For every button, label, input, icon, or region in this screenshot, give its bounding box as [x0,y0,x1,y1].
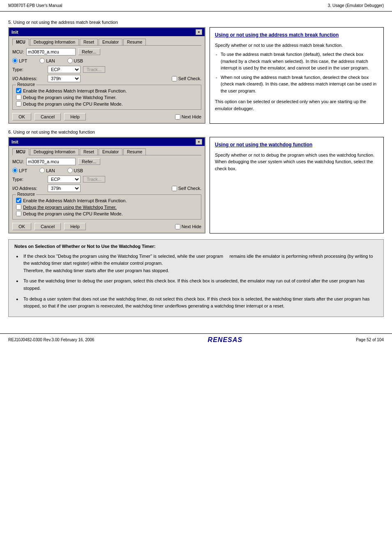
dialog5-cb1-input[interactable] [16,88,21,93]
dialog6-cb3-input[interactable] [16,211,21,216]
dialog5-cb3-input[interactable] [16,101,21,106]
dialog6-tabs: MCU Debugging Information Reset Emulator… [12,148,201,155]
dialog5-io-select[interactable]: 379h [48,75,81,82]
dialog6-resource-group: Resource Enable the Address Match Interr… [12,194,201,220]
radio5-lan-input[interactable] [39,58,45,63]
dialog5-close[interactable]: × [196,29,202,35]
dialog5-buttons: OK Cancel Help Next Hide [12,113,201,120]
section6-label: 6. Using or not using the watchdog funct… [8,130,384,134]
tab5-debug[interactable]: Debugging Information [30,39,79,45]
header-right: 3. Usage (Emulator Debugger) [328,3,384,8]
dialog6-mcu-input[interactable] [26,158,76,165]
dialog5-ok-btn[interactable]: OK [12,113,31,120]
dialog6-resource-label: Resource [16,192,36,197]
section5-info-footer: This option can be selected or deselecte… [215,98,378,112]
dialog5-nexthide-input[interactable] [175,114,180,120]
radio6-usb-input[interactable] [67,168,73,173]
dialog6-cb1-input[interactable] [16,198,21,203]
tab6-mcu[interactable]: MCU [12,148,29,155]
dialog5-cb3: Debug the program using the CPU Rewrite … [16,101,198,106]
dialog5-help-btn[interactable]: Help [64,113,86,120]
dialog6-type-select[interactable]: ECP [48,176,81,183]
dialog5-mcu-row: MCU: Refer... [12,48,201,56]
notes-list: If the check box "Debug the program usin… [14,253,378,310]
radio6-lpt: LPT [12,168,27,173]
dialog5-nexthide: Next Hide [175,114,201,120]
radio5-lan: LAN [39,58,55,63]
section5-bullet2: When not using the address match break f… [215,74,378,95]
renesas-logo: RENESAS [208,336,242,344]
dialog6-title: Init [12,139,18,144]
dialog6-selfcheck-input[interactable] [172,186,177,191]
dialog6-body: MCU Debugging Information Reset Emulator… [9,146,205,233]
tab6-debug[interactable]: Debugging Information [30,148,79,155]
tab6-reset[interactable]: Reset [80,148,98,155]
radio5-lpt: LPT [12,58,27,63]
dialog6-selfcheck: Self Check. [172,186,201,191]
section5-dialog: Init × MCU Debugging Information Reset E… [8,27,205,124]
radio6-lan-input[interactable] [39,168,45,173]
dialog6-io-select[interactable]: 379h [48,185,81,192]
tab6-resume[interactable]: Resume [123,148,146,155]
dialog6-mcu-label: MCU: [12,159,24,164]
dialog5-io-label: I/O Address: [12,76,45,81]
dialog5-cb1: Enable the Address Match Interrupt Break… [16,88,198,93]
dialog5-body: MCU Debugging Information Reset Emulator… [9,36,205,123]
section6-info-title: Using or not using the watchdog function [215,141,378,148]
radio5-lpt-input[interactable] [12,58,18,63]
tab5-reset[interactable]: Reset [80,39,98,45]
dialog5-mcu-input[interactable] [26,48,76,56]
dialog5-track-btn[interactable]: Track... [83,66,105,73]
dialog6-nexthide-input[interactable] [175,224,180,229]
dialog5-radio-row: LPT LAN USB [12,58,201,63]
section5-info-panel: Using or not using the address match bre… [210,27,384,124]
section5-row: Init × MCU Debugging Information Reset E… [8,27,384,124]
dialog5-type-select[interactable]: ECP [48,66,81,73]
tab5-emulator[interactable]: Emulator [99,39,122,45]
section5-info-bullets: To use the address match break function … [215,51,378,94]
dialog5-refer-btn[interactable]: Refer... [78,49,100,55]
dialog6-close[interactable]: × [196,139,202,145]
page-header: M30870T-EPB User's Manual 3. Usage (Emul… [0,0,392,12]
section6-dialog: Init × MCU Debugging Information Reset E… [8,137,205,234]
dialog6-cancel-btn[interactable]: Cancel [35,223,61,230]
page-content: 5. Using or not using the address match … [0,12,392,325]
radio6-lpt-label: LPT [19,168,27,173]
tab5-mcu[interactable]: MCU [12,39,29,46]
notes-item1: If the check box "Debug the program usin… [14,253,378,275]
dialog6-cb1-label: Enable the Address Match Interrupt Break… [23,198,127,203]
dialog5-cancel-btn[interactable]: Cancel [35,113,61,120]
dialog5-selfcheck-input[interactable] [172,76,177,81]
radio6-usb-label: USB [74,168,83,173]
dialog5-mcu-label: MCU: [12,49,24,54]
radio5-usb-input[interactable] [67,58,73,63]
section6-row: Init × MCU Debugging Information Reset E… [8,137,384,234]
dialog6-track-btn[interactable]: Track... [83,176,105,183]
dialog6-refer-btn[interactable]: Refer... [78,158,100,165]
tab6-emulator[interactable]: Emulator [99,148,122,155]
dialog6-io-row: I/O Address: 379h Self Check. [12,185,201,192]
dialog6-mcu-row: MCU: Refer... [12,158,201,165]
notes-item2: To use the watchdog timer to debug the u… [14,278,378,292]
dialog5-selfcheck-label: Self Check. [178,76,201,81]
dialog5-resource-group: Resource Enable the Address Match Interr… [12,85,201,110]
dialog6-cb2-input[interactable] [16,204,21,210]
dialog6-titlebar: Init × [9,138,205,146]
radio6-lan: LAN [39,168,55,173]
notes-section: Notes on Selection of Whether or Not to … [8,239,384,317]
radio5-lpt-label: LPT [19,58,27,63]
dialog6-help-btn[interactable]: Help [64,223,86,230]
dialog6-ok-btn[interactable]: OK [12,223,31,230]
dialog6-nexthide-label: Next Hide [182,224,201,229]
dialog6-radio-row: LPT LAN USB [12,168,201,173]
radio6-lpt-input[interactable] [12,168,18,173]
section5-info-title: Using or not using the address match bre… [215,32,378,39]
dialog6-type-label: Type: [12,177,45,182]
dialog5-cb2: Debug the program using the Watchdog Tim… [16,95,198,100]
section6-info-body: Specify whether or not to debug the prog… [215,152,378,172]
dialog6-io-label: I/O Address: [12,186,45,191]
dialog5-cb2-input[interactable] [16,95,21,100]
header-left: M30870T-EPB User's Manual [8,3,62,8]
tab5-resume[interactable]: Resume [123,39,146,45]
dialog6-cb2: Debug the program using the Watchdog Tim… [16,204,198,210]
